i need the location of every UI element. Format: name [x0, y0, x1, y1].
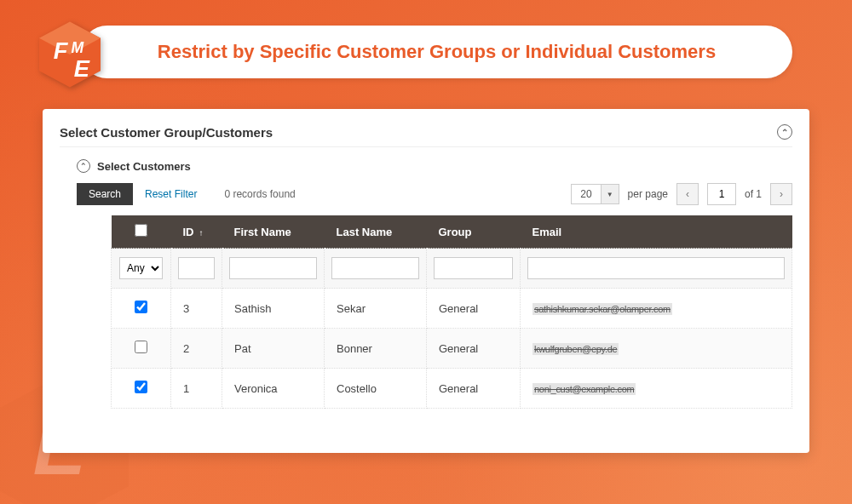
- reset-filter-link[interactable]: Reset Filter: [145, 188, 197, 200]
- header-last-name[interactable]: Last Name: [325, 215, 427, 249]
- row-email: sathishkumar.sekar@olamper.com: [521, 289, 792, 329]
- prev-page-button[interactable]: ‹: [676, 183, 699, 205]
- filter-select-any[interactable]: Any: [119, 257, 163, 279]
- row-checkbox[interactable]: [135, 301, 147, 313]
- row-checkbox[interactable]: [135, 341, 147, 353]
- header-email[interactable]: Email: [521, 215, 792, 249]
- per-page-value: 20: [571, 184, 601, 204]
- row-group: General: [427, 369, 521, 409]
- row-last-name: Sekar: [325, 289, 427, 329]
- table-row: 2PatBonnerGeneralkwulfgruben@epy.de: [112, 329, 792, 369]
- row-id: 3: [171, 289, 222, 329]
- svg-text:E: E: [74, 55, 90, 82]
- table-row: 1VeronicaCostelloGeneralnoni_cust@exampl…: [112, 369, 792, 409]
- row-group: General: [427, 289, 521, 329]
- filter-last-name-input[interactable]: [331, 257, 419, 279]
- customers-grid: ID↑ First Name Last Name Group Email Any: [111, 215, 792, 409]
- grid-header-row: ID↑ First Name Last Name Group Email: [112, 215, 792, 249]
- redacted-email: sathishkumar.sekar@olamper.com: [532, 303, 672, 315]
- redacted-email: kwulfgruben@epy.de: [532, 343, 619, 355]
- sort-asc-icon: ↑: [199, 228, 204, 238]
- page-of-label: of 1: [745, 188, 762, 200]
- brand-logo: F M E: [36, 20, 104, 92]
- row-first-name: Sathish: [222, 289, 325, 329]
- filter-id-input[interactable]: [178, 257, 215, 279]
- section-collapse-button[interactable]: ⌃: [77, 159, 90, 173]
- header-checkbox-cell: [112, 215, 171, 249]
- filter-group-input[interactable]: [434, 257, 513, 279]
- filter-email-input[interactable]: [527, 257, 785, 279]
- row-last-name: Bonner: [325, 329, 427, 369]
- per-page-dropdown-arrow[interactable]: ▼: [602, 184, 619, 204]
- per-page-label: per page: [628, 188, 668, 200]
- main-panel: Select Customer Group/Customers ⌃ ⌃ Sele…: [43, 109, 809, 453]
- panel-collapse-button[interactable]: ⌃: [777, 124, 792, 140]
- table-row: 3SathishSekarGeneralsathishkumar.sekar@o…: [112, 289, 792, 329]
- select-all-checkbox[interactable]: [135, 224, 147, 237]
- row-checkbox-cell: [112, 329, 171, 369]
- per-page-select[interactable]: 20 ▼: [571, 184, 619, 204]
- row-id: 1: [171, 369, 222, 409]
- next-page-button[interactable]: ›: [770, 183, 792, 205]
- toolbar: Search Reset Filter 0 records found 20 ▼…: [77, 183, 792, 205]
- pager: 20 ▼ per page ‹ of 1 ›: [571, 183, 792, 205]
- row-checkbox-cell: [112, 369, 171, 409]
- row-checkbox-cell: [112, 289, 171, 329]
- redacted-email: noni_cust@example.com: [532, 383, 636, 395]
- row-group: General: [427, 329, 521, 369]
- chevron-up-icon: ⌃: [80, 162, 87, 170]
- page-title: Restrict by Specific Customer Groups or …: [158, 41, 716, 63]
- svg-text:M: M: [72, 39, 84, 56]
- panel-header: Select Customer Group/Customers ⌃: [60, 124, 792, 147]
- section-header: ⌃ Select Customers: [77, 159, 792, 173]
- chevron-right-icon: ›: [780, 188, 783, 200]
- row-id: 2: [171, 329, 222, 369]
- grid-filter-row: Any: [112, 249, 792, 289]
- row-email: noni_cust@example.com: [521, 369, 792, 409]
- header-id[interactable]: ID↑: [171, 215, 222, 249]
- svg-text:F: F: [54, 37, 69, 64]
- row-last-name: Costello: [325, 369, 427, 409]
- chevron-up-icon: ⌃: [781, 128, 788, 137]
- header-group[interactable]: Group: [427, 215, 521, 249]
- row-first-name: Pat: [222, 329, 325, 369]
- filter-first-name-input[interactable]: [229, 257, 317, 279]
- chevron-down-icon: ▼: [607, 191, 613, 198]
- section-title: Select Customers: [97, 160, 191, 173]
- row-first-name: Veronica: [222, 369, 325, 409]
- search-button[interactable]: Search: [77, 183, 133, 205]
- panel-title: Select Customer Group/Customers: [60, 125, 273, 140]
- chevron-left-icon: ‹: [686, 188, 689, 200]
- current-page-input[interactable]: [707, 183, 736, 205]
- header-first-name[interactable]: First Name: [222, 215, 325, 249]
- row-email: kwulfgruben@epy.de: [521, 329, 792, 369]
- page-header: Restrict by Specific Customer Groups or …: [81, 26, 792, 78]
- row-checkbox[interactable]: [135, 381, 147, 393]
- records-found-label: 0 records found: [224, 188, 295, 200]
